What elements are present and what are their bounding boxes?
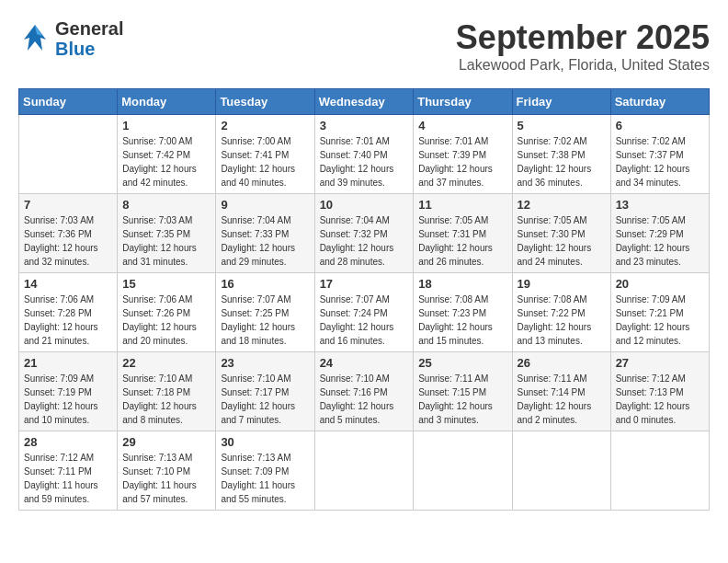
- logo-blue-text: Blue: [55, 39, 123, 59]
- calendar-cell: 7Sunrise: 7:03 AMSunset: 7:36 PMDaylight…: [19, 194, 118, 273]
- calendar-cell: 3Sunrise: 7:01 AMSunset: 7:40 PMDaylight…: [314, 115, 414, 194]
- day-info: Sunrise: 7:03 AMSunset: 7:35 PMDaylight:…: [122, 213, 210, 269]
- weekday-header: Thursday: [414, 89, 512, 115]
- day-info: Sunrise: 7:12 AMSunset: 7:11 PMDaylight:…: [24, 451, 112, 506]
- calendar-cell: [414, 431, 512, 511]
- calendar-cell: 2Sunrise: 7:00 AMSunset: 7:41 PMDaylight…: [216, 115, 314, 194]
- day-info: Sunrise: 7:06 AMSunset: 7:26 PMDaylight:…: [122, 293, 210, 348]
- day-info: Sunrise: 7:10 AMSunset: 7:16 PMDaylight:…: [320, 372, 409, 427]
- calendar-cell: 26Sunrise: 7:11 AMSunset: 7:14 PMDayligh…: [512, 352, 610, 431]
- day-number: 3: [320, 119, 409, 132]
- calendar-cell: [19, 115, 118, 194]
- calendar-cell: 1Sunrise: 7:00 AMSunset: 7:42 PMDaylight…: [118, 115, 216, 194]
- day-info: Sunrise: 7:11 AMSunset: 7:15 PMDaylight:…: [418, 372, 506, 427]
- calendar-cell: 9Sunrise: 7:04 AMSunset: 7:33 PMDaylight…: [216, 194, 314, 273]
- day-info: Sunrise: 7:12 AMSunset: 7:13 PMDaylight:…: [616, 372, 704, 427]
- day-info: Sunrise: 7:05 AMSunset: 7:29 PMDaylight:…: [616, 213, 704, 269]
- calendar-cell: 16Sunrise: 7:07 AMSunset: 7:25 PMDayligh…: [216, 273, 314, 352]
- day-number: 21: [24, 356, 112, 370]
- day-number: 6: [616, 119, 704, 132]
- day-info: Sunrise: 7:00 AMSunset: 7:42 PMDaylight:…: [122, 134, 210, 190]
- day-number: 28: [24, 435, 112, 449]
- day-number: 1: [122, 119, 210, 132]
- calendar-cell: 21Sunrise: 7:09 AMSunset: 7:19 PMDayligh…: [19, 352, 118, 431]
- calendar-cell: [610, 431, 709, 511]
- month-title: September 2025: [456, 18, 710, 57]
- calendar-cell: [512, 431, 610, 511]
- calendar-cell: 8Sunrise: 7:03 AMSunset: 7:35 PMDaylight…: [118, 194, 216, 273]
- calendar-cell: 25Sunrise: 7:11 AMSunset: 7:15 PMDayligh…: [414, 352, 512, 431]
- svg-marker-0: [24, 25, 46, 51]
- day-number: 15: [122, 277, 210, 291]
- calendar-cell: 22Sunrise: 7:10 AMSunset: 7:18 PMDayligh…: [118, 352, 216, 431]
- day-number: 17: [320, 277, 409, 291]
- day-info: Sunrise: 7:11 AMSunset: 7:14 PMDaylight:…: [518, 372, 606, 427]
- day-number: 19: [518, 277, 606, 291]
- day-number: 8: [122, 198, 210, 212]
- calendar-cell: 11Sunrise: 7:05 AMSunset: 7:31 PMDayligh…: [414, 194, 512, 273]
- day-info: Sunrise: 7:01 AMSunset: 7:40 PMDaylight:…: [320, 134, 409, 190]
- day-number: 29: [122, 435, 210, 449]
- day-number: 11: [418, 198, 506, 212]
- day-number: 10: [320, 198, 409, 212]
- calendar-cell: 6Sunrise: 7:02 AMSunset: 7:37 PMDaylight…: [610, 115, 709, 194]
- calendar-cell: 5Sunrise: 7:02 AMSunset: 7:38 PMDaylight…: [512, 115, 610, 194]
- calendar-cell: 30Sunrise: 7:13 AMSunset: 7:09 PMDayligh…: [216, 431, 314, 511]
- calendar-table: SundayMondayTuesdayWednesdayThursdayFrid…: [18, 88, 710, 511]
- calendar-cell: 15Sunrise: 7:06 AMSunset: 7:26 PMDayligh…: [118, 273, 216, 352]
- calendar-week-row: 21Sunrise: 7:09 AMSunset: 7:19 PMDayligh…: [19, 352, 710, 431]
- weekday-header: Wednesday: [314, 89, 414, 115]
- day-number: 26: [518, 356, 606, 370]
- day-info: Sunrise: 7:05 AMSunset: 7:31 PMDaylight:…: [418, 213, 506, 269]
- day-info: Sunrise: 7:07 AMSunset: 7:24 PMDaylight:…: [320, 293, 409, 348]
- calendar-cell: 13Sunrise: 7:05 AMSunset: 7:29 PMDayligh…: [610, 194, 709, 273]
- calendar-cell: [314, 431, 414, 511]
- day-info: Sunrise: 7:01 AMSunset: 7:39 PMDaylight:…: [418, 134, 506, 190]
- day-number: 27: [616, 356, 704, 370]
- weekday-header: Tuesday: [216, 89, 314, 115]
- calendar-cell: 28Sunrise: 7:12 AMSunset: 7:11 PMDayligh…: [19, 431, 118, 511]
- day-info: Sunrise: 7:02 AMSunset: 7:37 PMDaylight:…: [616, 134, 704, 190]
- day-info: Sunrise: 7:08 AMSunset: 7:22 PMDaylight:…: [518, 293, 606, 348]
- day-number: 4: [418, 119, 506, 132]
- day-number: 20: [616, 277, 704, 291]
- day-info: Sunrise: 7:04 AMSunset: 7:33 PMDaylight:…: [221, 213, 309, 269]
- day-number: 5: [518, 119, 606, 132]
- calendar-cell: 24Sunrise: 7:10 AMSunset: 7:16 PMDayligh…: [314, 352, 414, 431]
- day-info: Sunrise: 7:02 AMSunset: 7:38 PMDaylight:…: [518, 134, 606, 190]
- day-info: Sunrise: 7:00 AMSunset: 7:41 PMDaylight:…: [221, 134, 309, 190]
- weekday-header-row: SundayMondayTuesdayWednesdayThursdayFrid…: [19, 89, 710, 115]
- day-number: 7: [24, 198, 112, 212]
- calendar-cell: 10Sunrise: 7:04 AMSunset: 7:32 PMDayligh…: [314, 194, 414, 273]
- day-info: Sunrise: 7:03 AMSunset: 7:36 PMDaylight:…: [24, 213, 112, 269]
- calendar-cell: 19Sunrise: 7:08 AMSunset: 7:22 PMDayligh…: [512, 273, 610, 352]
- weekday-header: Monday: [118, 89, 216, 115]
- title-section: September 2025 Lakewood Park, Florida, U…: [456, 18, 710, 74]
- day-number: 18: [418, 277, 506, 291]
- location-text: Lakewood Park, Florida, United States: [456, 57, 710, 74]
- calendar-cell: 17Sunrise: 7:07 AMSunset: 7:24 PMDayligh…: [314, 273, 414, 352]
- logo-general-text: General: [55, 18, 123, 39]
- calendar-week-row: 28Sunrise: 7:12 AMSunset: 7:11 PMDayligh…: [19, 431, 710, 511]
- day-number: 25: [418, 356, 506, 370]
- day-number: 2: [221, 119, 309, 132]
- calendar-week-row: 14Sunrise: 7:06 AMSunset: 7:28 PMDayligh…: [19, 273, 710, 352]
- weekday-header: Saturday: [610, 89, 709, 115]
- weekday-header: Friday: [512, 89, 610, 115]
- day-info: Sunrise: 7:09 AMSunset: 7:19 PMDaylight:…: [24, 372, 112, 427]
- calendar-week-row: 7Sunrise: 7:03 AMSunset: 7:36 PMDaylight…: [19, 194, 710, 273]
- calendar-cell: 4Sunrise: 7:01 AMSunset: 7:39 PMDaylight…: [414, 115, 512, 194]
- day-number: 9: [221, 198, 309, 212]
- day-info: Sunrise: 7:10 AMSunset: 7:18 PMDaylight:…: [122, 372, 210, 427]
- calendar-cell: 29Sunrise: 7:13 AMSunset: 7:10 PMDayligh…: [118, 431, 216, 511]
- logo-text: General Blue: [55, 18, 123, 59]
- calendar-week-row: 1Sunrise: 7:00 AMSunset: 7:42 PMDaylight…: [19, 115, 710, 194]
- calendar-cell: 18Sunrise: 7:08 AMSunset: 7:23 PMDayligh…: [414, 273, 512, 352]
- page-header: General Blue September 2025 Lakewood Par…: [18, 18, 710, 74]
- day-info: Sunrise: 7:04 AMSunset: 7:32 PMDaylight:…: [320, 213, 409, 269]
- calendar-cell: 23Sunrise: 7:10 AMSunset: 7:17 PMDayligh…: [216, 352, 314, 431]
- day-number: 30: [221, 435, 309, 449]
- calendar-cell: 27Sunrise: 7:12 AMSunset: 7:13 PMDayligh…: [610, 352, 709, 431]
- day-info: Sunrise: 7:08 AMSunset: 7:23 PMDaylight:…: [418, 293, 506, 348]
- calendar-cell: 14Sunrise: 7:06 AMSunset: 7:28 PMDayligh…: [19, 273, 118, 352]
